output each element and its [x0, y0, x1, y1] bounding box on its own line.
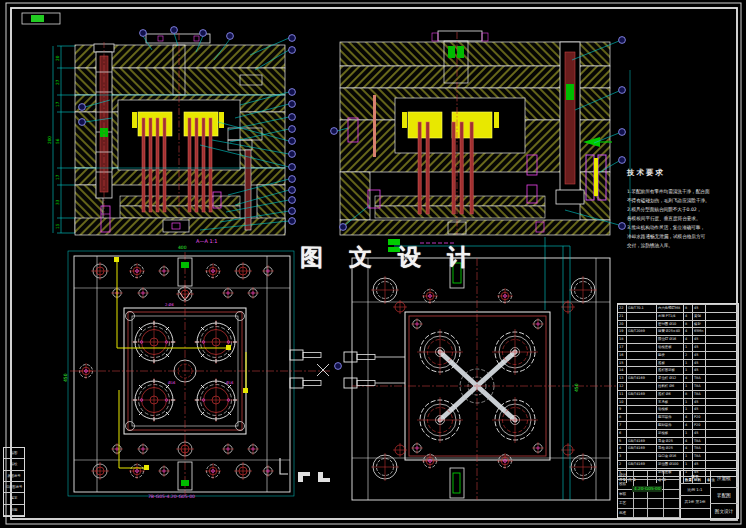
bom-cell: [627, 452, 657, 460]
bom-row: 15推板145: [618, 359, 738, 367]
bom-cell: [627, 398, 657, 406]
bom-cell: 3: [618, 452, 627, 460]
bom-cell: GB/T4169: [627, 437, 657, 445]
svg-text:56: 56: [55, 138, 60, 144]
bom-cell: 导柱 Ø25: [657, 444, 684, 452]
guide-pillar: [94, 42, 114, 216]
bom-row: 20密封圈 Ø108橡胶: [618, 320, 738, 328]
title-block-cell: 批准: [618, 509, 634, 518]
bom-row: 10支承板145: [618, 398, 738, 406]
bom-cell: [706, 312, 738, 320]
cooling-lines: [117, 260, 246, 468]
bom-cell: 浇口套 Ø16: [657, 452, 684, 460]
bom-cell: [627, 351, 657, 359]
title-block-cell: [634, 509, 648, 518]
bom-cell: 45: [693, 366, 706, 374]
title-block-cell: [634, 499, 648, 508]
bom-cell: 45: [693, 429, 706, 437]
bom-cell: 45: [693, 351, 706, 359]
bom-row: 21水嘴 PT1/44黄铜: [618, 312, 738, 320]
bom-cell: 导套 Ø25: [657, 437, 684, 445]
bom-row: 18限位钉 Ø16445: [618, 335, 738, 343]
bom-cell: 45: [693, 460, 706, 468]
bom-cell: 45: [693, 398, 706, 406]
tech-note-line: 冷却水路通畅无泄漏，试模合格后方可: [627, 232, 741, 241]
bom-row: 17动模座板145: [618, 343, 738, 351]
bom-cell: [706, 398, 738, 406]
title-block-signatures: 设计校核审核工艺批准: [618, 471, 681, 518]
scale-label: 比例 1:1: [680, 484, 710, 497]
margin-strip-cell: 旧底图总号: [4, 482, 24, 493]
bom-cell: 13: [618, 374, 627, 382]
bom-cell: 9: [618, 405, 627, 413]
bom-cell: 17: [618, 343, 627, 351]
bom-cell: [706, 437, 738, 445]
bom-cell: [627, 320, 657, 328]
bom-cell: 1: [684, 382, 693, 390]
bom-row: 13GB/T4169复位杆 Ø124T8A: [618, 374, 738, 382]
svg-text:27: 27: [55, 79, 60, 85]
bom-cell: [706, 359, 738, 367]
margin-strip-cell: 日期: [4, 505, 24, 516]
bom-cell: GB/T4169: [627, 374, 657, 382]
dim-plan-right-side: 450: [574, 383, 579, 392]
bom-cell: T8A: [693, 382, 706, 390]
bom-table: 22GB/T70.1内六角螺钉M884521水嘴 PT1/44黄铜20密封圈 Ø…: [617, 303, 739, 471]
bom-cell: [706, 452, 738, 460]
part-name-line: 注塑模: [710, 471, 738, 488]
bom-cell: 14: [618, 366, 627, 374]
bom-cell: [706, 421, 738, 429]
bom-cell: 4: [684, 312, 693, 320]
bom-cell: P20: [693, 413, 706, 421]
svg-text:15: 15: [55, 223, 60, 229]
margin-strip-cell: 签字: [4, 493, 24, 504]
bom-cell: 拉料杆 Ø6: [657, 382, 684, 390]
bom-cell: [706, 327, 738, 335]
bom-cell: 4: [684, 327, 693, 335]
bom-cell: 45: [693, 335, 706, 343]
bom-cell: [706, 304, 738, 312]
bom-cell: GB/T4169: [627, 460, 657, 468]
bom-cell: 4: [684, 437, 693, 445]
title-block-cell: [664, 499, 680, 508]
bom-cell: [627, 405, 657, 413]
svg-text:20: 20: [55, 55, 60, 61]
bom-cell: [706, 351, 738, 359]
bom-cell: 1: [684, 359, 693, 367]
bom-cell: 2: [684, 351, 693, 359]
tech-notes-lines: 1.装配前所有零件均需清洗干净，配合面不得有磕碰划伤，毛刺飞边应清除干净。2.模…: [627, 187, 741, 250]
svg-text:200: 200: [47, 136, 52, 144]
section-label: A—A 1:1: [196, 238, 217, 244]
title-block-cell: [664, 471, 680, 480]
tech-note-line: 3.推出机构动作灵活，复位准确可靠，: [627, 223, 741, 232]
bom-cell: [706, 335, 738, 343]
bom-cell: 黄铜: [693, 312, 706, 320]
title-block-row: 工艺: [618, 499, 680, 508]
tech-note-line: 1.装配前所有零件均需清洗干净，配合面: [627, 187, 741, 196]
bom-cell: 5: [618, 437, 627, 445]
bom-cell: 弹簧 Ø25×40: [657, 327, 684, 335]
title-block-cell: [664, 480, 680, 489]
bom-cell: 型腔镶件: [657, 421, 684, 429]
section-view-a: 20 27 17 56 17 33 15 200: [47, 27, 295, 235]
bom-cell: 型芯镶件: [657, 413, 684, 421]
bom-row: 3浇口套 Ø161T8A: [618, 452, 738, 460]
bom-row: 19GB/T2089弹簧 Ø25×40465Mn: [618, 327, 738, 335]
bom-row: 9动模板145: [618, 405, 738, 413]
svg-text:33: 33: [55, 199, 60, 205]
drawing-number: 4.20-G05-00: [632, 486, 662, 492]
bom-row: 16垫块245: [618, 351, 738, 359]
bom-cell: 1: [684, 405, 693, 413]
bom-cell: 45: [693, 343, 706, 351]
bom-cell: 6: [618, 429, 627, 437]
bom-cell: GB/T4169: [627, 390, 657, 398]
bom-cell: 19: [618, 327, 627, 335]
svg-text:17: 17: [55, 101, 60, 107]
tech-note-line: 各模板间平行度、垂直度符合要求。: [627, 214, 741, 223]
bom-row: 2GB/T4169定位圈 Ø100145: [618, 460, 738, 468]
bom-cell: 1: [684, 460, 693, 468]
bom-cell: 8: [684, 304, 693, 312]
title-block-cell: [664, 509, 680, 518]
bom-cell: 10: [618, 398, 627, 406]
bom-row: 4GB/T4169导柱 Ø254T8A: [618, 444, 738, 452]
